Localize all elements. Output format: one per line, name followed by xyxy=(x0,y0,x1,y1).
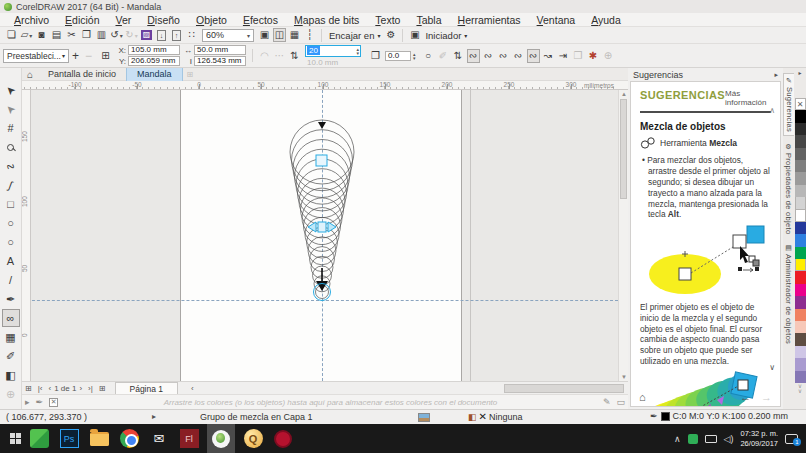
blend-angle-field[interactable]: 0.0 xyxy=(385,51,411,61)
docker-tab-administrador-de-objetos[interactable]: ▤Administrador de objetos xyxy=(783,241,794,347)
options-gear-icon[interactable]: ⚙ xyxy=(384,28,397,42)
menu-item[interactable]: Archivo xyxy=(6,14,57,26)
color-swatch[interactable] xyxy=(795,296,806,308)
color-swatch[interactable] xyxy=(795,110,806,122)
search-content-icon[interactable]: ▨ xyxy=(140,28,153,42)
flyout-icon[interactable]: ▸ xyxy=(22,397,33,407)
tips-scroll-up-icon[interactable]: ∧ xyxy=(769,106,775,115)
color-swatch[interactable] xyxy=(795,148,806,160)
transparency-tool[interactable]: ▦ xyxy=(2,328,20,346)
app-red-icon[interactable] xyxy=(271,427,295,451)
file-explorer-icon[interactable] xyxy=(87,427,111,451)
speaker-icon[interactable]: ◁) xyxy=(724,434,734,444)
document-tab[interactable]: Mandala xyxy=(126,68,183,81)
last-page-icon[interactable]: ›| xyxy=(85,384,96,393)
show-rulers-icon[interactable]: ◫ xyxy=(273,28,286,42)
import-icon[interactable]: ↓ xyxy=(155,28,168,42)
search-q-icon[interactable]: Q xyxy=(241,427,265,451)
scroll-thumb[interactable] xyxy=(504,384,624,393)
tray-green-icon[interactable] xyxy=(688,434,698,444)
app-launcher-icon[interactable]: ∷ xyxy=(185,28,198,42)
new-document-icon[interactable]: ❏ xyxy=(5,28,18,42)
color-swatch[interactable] xyxy=(795,222,806,234)
connector-tool[interactable]: ✒ xyxy=(2,290,20,308)
show-grid-icon[interactable]: ▦ xyxy=(288,28,301,42)
eyedropper-icon[interactable]: ✒ xyxy=(33,397,47,407)
spinner-icon[interactable]: ▴▾ xyxy=(357,47,361,55)
flash-icon[interactable]: Fl xyxy=(177,427,201,451)
color-swatch[interactable] xyxy=(795,309,806,321)
color-swatch[interactable] xyxy=(795,197,806,209)
print-icon[interactable]: ▤ xyxy=(50,28,63,42)
scroll-down-icon[interactable]: ▼ xyxy=(621,374,627,380)
text-tool[interactable]: A xyxy=(2,252,20,270)
zoom-level-select[interactable]: 60% ▾ xyxy=(202,29,254,42)
center-on-page-icon[interactable]: ⊞ xyxy=(99,49,112,63)
tips-home-icon[interactable]: ⌂ xyxy=(639,391,646,403)
first-page-icon[interactable]: |‹ xyxy=(35,384,46,393)
color-acceleration-icon[interactable]: ∾ xyxy=(527,49,540,63)
undo-icon[interactable]: ↺▾ xyxy=(110,28,123,42)
mail-icon[interactable]: ✉ xyxy=(147,427,171,451)
add-page-icon[interactable]: ⊞ xyxy=(96,384,109,393)
tips-scroll-down-icon[interactable]: ∨ xyxy=(769,363,775,372)
color-swatch[interactable] xyxy=(795,358,806,370)
chrome-icon[interactable] xyxy=(117,427,141,451)
save-icon[interactable]: ◙ xyxy=(35,28,48,42)
shape-tool[interactable]: ➤ xyxy=(2,100,20,118)
color-swatch[interactable] xyxy=(795,271,806,283)
color-swatch[interactable] xyxy=(795,371,806,383)
network-icon[interactable] xyxy=(705,435,717,443)
preset-dropdown[interactable]: Preestableci... ▾ xyxy=(3,49,69,63)
menu-item[interactable]: Mapas de bits xyxy=(286,14,367,26)
blend-node-icon[interactable]: ○ xyxy=(422,49,435,63)
zoom-tool[interactable] xyxy=(2,138,20,156)
color-swatch[interactable] xyxy=(795,185,806,197)
color-swatch[interactable] xyxy=(795,259,806,271)
color-swatch[interactable] xyxy=(795,284,806,296)
launcher-icon[interactable]: ▣ xyxy=(408,28,421,42)
home-tab-icon[interactable]: ⌂ xyxy=(22,69,38,80)
docker-flyout-icon[interactable]: ▸ xyxy=(774,71,778,79)
start-button[interactable] xyxy=(10,433,21,444)
color-swatch[interactable] xyxy=(795,160,806,172)
color-swatch[interactable] xyxy=(795,321,806,333)
docker-tab-propiedades-de-objeto[interactable]: ⚙Propiedades de objeto xyxy=(783,140,794,237)
snap-to-dropdown[interactable]: Encajar en▾ xyxy=(329,30,380,41)
palette-flyout-icon[interactable]: ▸ xyxy=(798,70,801,76)
height-field[interactable]: 126.543 mm xyxy=(194,56,246,66)
polygon-tool[interactable]: ○ xyxy=(2,233,20,251)
coreldraw-taskbar-icon[interactable] xyxy=(207,424,235,453)
color-eyedropper-tool[interactable]: ✐ xyxy=(2,347,20,365)
blend-object[interactable] xyxy=(262,110,382,310)
more-info-link[interactable]: Más información xyxy=(725,89,771,107)
new-tab-icon[interactable]: ⊞ xyxy=(187,70,194,79)
no-color-swatch[interactable]: ✕ xyxy=(795,98,806,110)
menu-item[interactable]: Herramientas xyxy=(450,14,529,26)
add-preset-button[interactable]: + xyxy=(72,49,79,63)
next-page-icon[interactable]: › xyxy=(76,384,85,393)
scroll-up-icon[interactable]: ▲ xyxy=(621,91,627,97)
menu-item[interactable]: Texto xyxy=(367,14,408,26)
blend-start-handle[interactable] xyxy=(316,155,327,166)
direct-blend-icon[interactable]: ∾ xyxy=(467,49,480,63)
accelerate-size-icon[interactable]: ↝ xyxy=(542,49,555,63)
color-swatch[interactable] xyxy=(795,210,806,222)
open-icon[interactable]: ▱▾ xyxy=(20,28,33,42)
scroll-thumb[interactable] xyxy=(620,99,627,199)
paste-icon[interactable]: ▥ xyxy=(95,28,108,42)
palette-options-icon[interactable]: ✎ xyxy=(600,397,614,407)
steps-toggle-icon[interactable]: ⇅ xyxy=(288,49,301,63)
freehand-tool[interactable]: ∿ xyxy=(2,157,20,175)
launcher-dropdown[interactable]: Iniciador▾ xyxy=(425,30,467,41)
menu-item[interactable]: Ayuda xyxy=(583,14,629,26)
blend-tool[interactable]: ∞ xyxy=(2,309,20,327)
flyout-icon[interactable]: ▸ xyxy=(152,412,156,421)
export-icon[interactable]: ↑ xyxy=(170,28,183,42)
fill-bucket-icon[interactable]: ◧ xyxy=(468,412,477,422)
document-tab[interactable]: Pantalla de inicio xyxy=(38,68,126,81)
notification-icon[interactable]: 1 xyxy=(785,434,798,444)
width-field[interactable]: 50.0 mm xyxy=(194,45,246,55)
add-page-icon[interactable]: ⊞ xyxy=(22,384,35,393)
artistic-media-tool[interactable]: ∫ xyxy=(2,176,20,194)
